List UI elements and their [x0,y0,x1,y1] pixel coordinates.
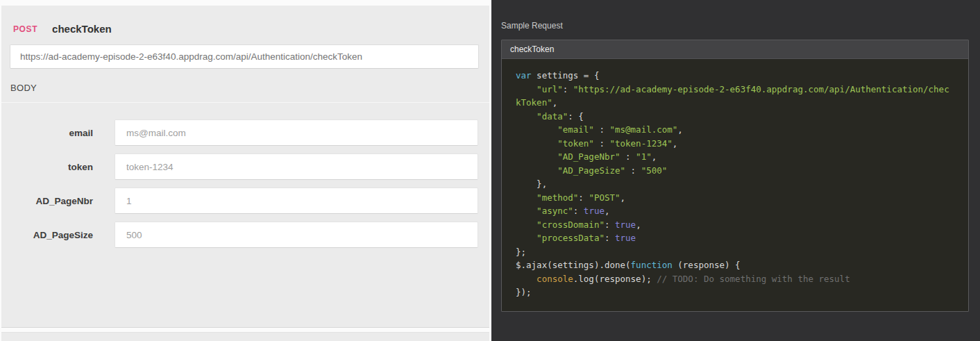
code-card-title: checkToken [502,40,968,59]
endpoint-card: POST checkToken BODY emailtokenAD_PageNb… [1,6,489,328]
form-row: token [1,153,478,180]
code-line: "AD_PageNbr" : "1", [516,150,954,164]
code-line: console.log(response); // TODO: Do somet… [516,272,954,286]
field-label: AD_PageSize [1,230,115,240]
body-section-label: BODY [1,69,489,103]
code-block: var settings = { "url": "https://ad-acad… [502,59,968,311]
form-row: email [1,119,478,146]
code-line: kToken", [516,96,954,110]
code-card: checkToken var settings = { "url": "http… [501,40,969,312]
code-line: "crossDomain": true, [516,218,954,232]
field-input-token[interactable] [115,153,478,180]
form-row: AD_PageNbr [1,188,478,214]
code-line: "method": "POST", [516,191,954,205]
field-label: email [1,128,115,138]
code-line: "url": "https://ad-academy-episode-2-e63… [516,83,954,97]
url-input[interactable] [10,44,479,69]
endpoint-header[interactable]: POST checkToken [1,6,489,44]
sample-request-panel: Sample Request checkToken var settings =… [491,0,980,341]
endpoint-title: checkToken [52,23,112,35]
code-line: "token" : "token-1234", [516,137,954,151]
code-line: "processData": true [516,231,954,245]
code-line: }, [516,177,954,191]
field-input-AD_PageNbr[interactable] [115,188,478,214]
code-line: "email" : "ms@mail.com", [516,123,954,137]
field-label: token [1,162,115,172]
sample-request-label: Sample Request [491,0,980,31]
form-row: AD_PageSize [1,222,478,248]
code-line: "async": true, [516,204,954,218]
code-line: }); [516,285,954,299]
request-form: emailtokenAD_PageNbrAD_PageSize [1,103,489,248]
code-line: var settings = { [516,69,954,83]
code-line: "data": { [516,110,954,124]
next-endpoint-card-edge [1,332,489,341]
method-badge: POST [13,24,37,34]
code-line: }; [516,245,954,259]
endpoint-panel: POST checkToken BODY emailtokenAD_PageNb… [0,0,491,341]
code-line: $.ajax(settings).done(function (response… [516,258,954,272]
field-input-email[interactable] [115,119,478,146]
field-input-AD_PageSize[interactable] [115,222,478,248]
code-line: "AD_PageSize" : "500" [516,164,954,178]
field-label: AD_PageNbr [1,196,115,206]
